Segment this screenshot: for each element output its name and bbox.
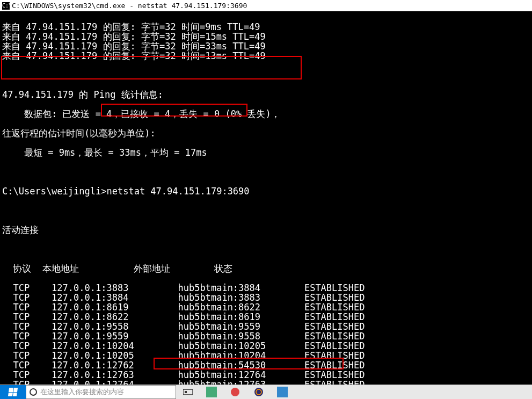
windows-logo-icon (8, 388, 18, 396)
taskbar-search[interactable]: 在这里输入你要搜索的内容 (26, 385, 176, 399)
rtt-header: 往返行程的估计时间(以毫秒为单位): (2, 128, 530, 138)
taskbar: 在这里输入你要搜索的内容 (0, 385, 532, 399)
ping-reply-line: 来自 47.94.151.179 的回复: 字节=32 时间=13ms TTL=… (2, 51, 530, 61)
ping-stats-packets: 数据包: 已发送 = 4，已接收 = 4，丢失 = 0 (0% 丢失)， (2, 109, 530, 119)
taskbar-app-3[interactable] (247, 385, 271, 399)
active-connections-label: 活动连接 (2, 225, 530, 235)
search-icon (30, 388, 37, 396)
taskbar-app-2[interactable] (223, 385, 247, 399)
netstat-row: TCP 127.0.0.1:10205 hub5btmain:10204 EST… (2, 351, 530, 360)
start-button[interactable] (0, 385, 26, 399)
ping-reply-line: 来自 47.94.151.179 的回复: 字节=32 时间=9ms TTL=4… (2, 22, 530, 32)
netstat-row: TCP 127.0.0.1:10204 hub5btmain:10205 EST… (2, 341, 530, 351)
netstat-command: netstat 47.94.151.179:3690 (106, 186, 249, 197)
generic-app-icon (206, 387, 217, 397)
svg-rect-0 (183, 389, 193, 395)
command-prompt-line[interactable]: C:\Users\weijingli>netstat 47.94.151.179… (2, 186, 530, 196)
netstat-row: TCP 127.0.0.1:12763 hub5btmain:12764 EST… (2, 370, 530, 380)
prompt-path: C:\Users\weijingli> (2, 186, 106, 197)
svg-point-3 (231, 388, 239, 396)
generic-app-icon (277, 387, 288, 397)
netstat-row: TCP 127.0.0.1:3884 hub5btmain:3883 ESTAB… (2, 293, 530, 302)
ping-stats-header: 47.94.151.179 的 Ping 统计信息: (2, 90, 530, 99)
netstat-row: TCP 127.0.0.1:9558 hub5btmain:9559 ESTAB… (2, 322, 530, 331)
eclipse-icon (253, 387, 264, 397)
netstat-row: TCP 127.0.0.1:8619 hub5btmain:8622 ESTAB… (2, 302, 530, 312)
window-title: C:\WINDOWS\system32\cmd.exe - netstat 47… (12, 0, 247, 11)
netstat-row: TCP 127.0.0.1:3883 hub5btmain:3884 ESTAB… (2, 283, 530, 293)
taskbar-app-4[interactable] (271, 385, 294, 399)
netstat-row: TCP 127.0.0.1:8622 hub5btmain:8619 ESTAB… (2, 312, 530, 322)
window-titlebar: C:\ C:\WINDOWS\system32\cmd.exe - netsta… (0, 0, 532, 11)
terminal-output[interactable]: 来自 47.94.151.179 的回复: 字节=32 时间=9ms TTL=4… (0, 11, 532, 399)
cmd-icon: C:\ (2, 2, 10, 10)
netstat-row: TCP 127.0.0.1:9559 hub5btmain:9558 ESTAB… (2, 331, 530, 341)
ping-reply-line: 来自 47.94.151.179 的回复: 字节=32 时间=15ms TTL=… (2, 32, 530, 41)
svg-rect-1 (185, 391, 187, 393)
rtt-values: 最短 = 9ms，最长 = 33ms，平均 = 17ms (2, 148, 530, 157)
svg-rect-6 (277, 387, 288, 397)
generic-app-icon (230, 387, 241, 397)
netstat-row: TCP 127.0.0.1:12762 hub5btmain:54530 EST… (2, 360, 530, 370)
netstat-header: 协议 本地地址 外部地址 状态 (2, 264, 530, 273)
taskbar-app-1[interactable] (200, 385, 223, 399)
taskview-svg-icon (183, 388, 193, 396)
taskview-icon[interactable] (176, 385, 200, 399)
svg-rect-2 (206, 387, 217, 397)
ping-reply-line: 来自 47.94.151.179 的回复: 字节=32 时间=33ms TTL=… (2, 41, 530, 51)
search-placeholder: 在这里输入你要搜索的内容 (40, 387, 124, 397)
